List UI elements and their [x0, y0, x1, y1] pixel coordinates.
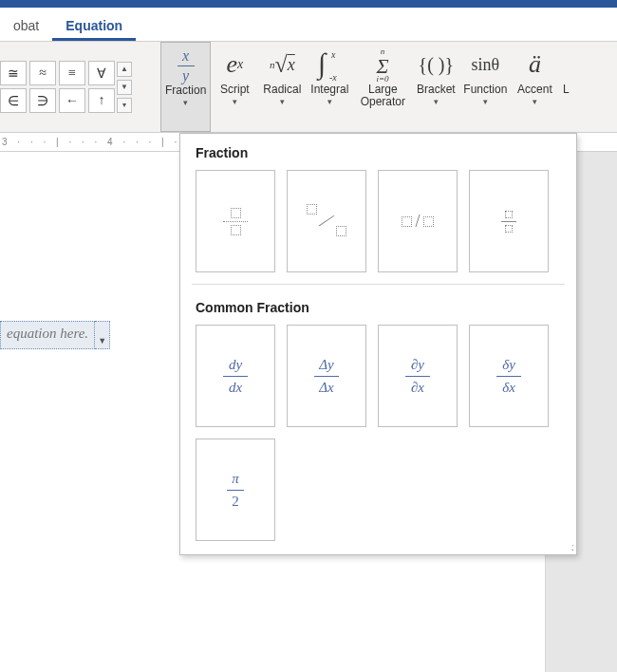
chevron-down-icon: ▾ — [280, 97, 285, 106]
script-icon: ex — [226, 46, 243, 84]
bracket-label: Bracket — [417, 84, 456, 96]
function-button[interactable]: sinθ Function ▾ — [459, 42, 511, 132]
symbols-spinner: ▲ ▼ ▾ — [117, 42, 132, 132]
fraction-numerator: ∂y — [411, 357, 424, 373]
fraction-small[interactable] — [469, 170, 549, 272]
integral-icon: ∫x-x — [310, 46, 348, 84]
common-fraction-section-title: Common Fraction — [180, 289, 576, 325]
fraction-linear[interactable]: / — [378, 170, 458, 272]
chevron-down-icon: ▾ — [183, 98, 188, 107]
ribbon: ≅ ≈ ≡ ∀ ∈ ∋ ← ↑ ▲ ▼ ▾ xy Fraction ▾ ex S… — [0, 42, 617, 133]
symbol-cell[interactable]: ∋ — [29, 88, 56, 113]
common-fraction-delta-y-x[interactable]: ΔyΔx — [287, 325, 366, 427]
chevron-down-icon: ▾ — [434, 97, 439, 106]
symbols-expand[interactable]: ▾ — [117, 98, 132, 113]
symbol-cell[interactable]: ≅ — [0, 61, 27, 85]
fraction-denominator: δx — [502, 380, 515, 396]
symbol-cell[interactable]: ≡ — [59, 61, 85, 85]
chevron-down-icon: ▾ — [533, 97, 537, 106]
fraction-numerator: dy — [229, 357, 242, 373]
fraction-button[interactable]: xy Fraction ▾ — [160, 42, 211, 132]
equation-content-control[interactable]: equation here. ▼ — [0, 321, 110, 349]
limit-label-partial: L — [563, 84, 570, 96]
fraction-stacked[interactable] — [196, 170, 275, 272]
limit-button-partial[interactable]: L — [558, 42, 570, 132]
large-operator-button[interactable]: nΣi=0 Large Operator — [353, 42, 412, 132]
fraction-skewed[interactable]: ⁄ — [287, 170, 366, 272]
common-fraction-dy-dx[interactable]: dydx — [196, 325, 275, 427]
function-icon: sinθ — [472, 46, 500, 84]
symbols-scroll-up[interactable]: ▲ — [117, 62, 132, 77]
radical-label: Radical — [263, 84, 301, 96]
ribbon-tab-strip: obat Equation — [0, 8, 617, 42]
radical-icon: n√x — [270, 46, 295, 84]
tab-acrobat-partial[interactable]: obat — [0, 10, 52, 41]
fraction-label: Fraction — [165, 84, 206, 97]
integral-label: Integral — [310, 84, 348, 96]
bracket-button[interactable]: {( )} Bracket ▾ — [412, 42, 459, 132]
symbol-cell[interactable]: ∈ — [0, 88, 27, 113]
equation-placeholder-text[interactable]: equation here. — [0, 321, 95, 349]
fraction-denominator: Δx — [319, 380, 333, 396]
bracket-icon: {( )} — [419, 46, 455, 84]
tab-equation[interactable]: Equation — [52, 10, 136, 41]
chevron-down-icon: ▾ — [233, 97, 237, 106]
fraction-denominator: ∂x — [411, 380, 424, 396]
script-label: Script — [220, 84, 250, 96]
fraction-denominator: dx — [229, 380, 242, 396]
integral-button[interactable]: ∫x-x Integral ▾ — [306, 42, 353, 132]
symbol-cell[interactable]: ↑ — [88, 88, 115, 113]
fraction-denominator: 2 — [232, 494, 239, 510]
fraction-icon: xy — [178, 47, 195, 84]
accent-label: Accent — [517, 84, 552, 96]
symbol-cell[interactable]: ≈ — [29, 61, 56, 85]
svg-text:-x: -x — [329, 72, 337, 83]
chevron-down-icon: ▾ — [483, 97, 488, 106]
common-fraction-delta-small-y-x[interactable]: δyδx — [469, 325, 549, 427]
script-button[interactable]: ex Script ▾ — [211, 42, 258, 132]
chevron-down-icon: ▾ — [327, 97, 332, 106]
svg-text:i=0: i=0 — [377, 74, 390, 83]
symbols-gallery: ≅ ≈ ≡ ∀ ∈ ∋ ← ↑ — [0, 42, 117, 132]
symbol-cell[interactable]: ∀ — [88, 61, 115, 85]
large-operator-label: Large Operator — [361, 84, 405, 108]
fraction-section-title: Fraction — [180, 134, 576, 170]
common-fraction-pi-2[interactable]: π2 — [196, 439, 275, 541]
accent-icon: ä — [529, 46, 541, 84]
fraction-numerator: Δy — [319, 357, 333, 373]
title-bar — [0, 0, 617, 8]
resize-grip-icon[interactable]: .: — [570, 542, 572, 552]
sigma-icon: nΣi=0 — [364, 46, 402, 84]
svg-text:∫: ∫ — [316, 47, 327, 82]
radical-button[interactable]: n√x Radical ▾ — [258, 42, 306, 132]
fraction-gallery-dropdown: Fraction ⁄ / Common Fraction dydx ΔyΔx ∂… — [179, 133, 577, 555]
accent-button[interactable]: ä Accent ▾ — [511, 42, 558, 132]
equation-options-dropdown[interactable]: ▼ — [95, 321, 110, 349]
fraction-numerator: δy — [502, 357, 515, 373]
svg-text:x: x — [330, 49, 336, 60]
common-fraction-partial-y-x[interactable]: ∂y∂x — [378, 325, 458, 427]
fraction-numerator: π — [232, 471, 239, 487]
symbol-cell[interactable]: ← — [59, 88, 85, 113]
function-label: Function — [463, 84, 507, 96]
symbols-scroll-down[interactable]: ▼ — [117, 80, 132, 95]
structures-group: xy Fraction ▾ ex Script ▾ n√x Radical ▾ … — [160, 42, 570, 132]
